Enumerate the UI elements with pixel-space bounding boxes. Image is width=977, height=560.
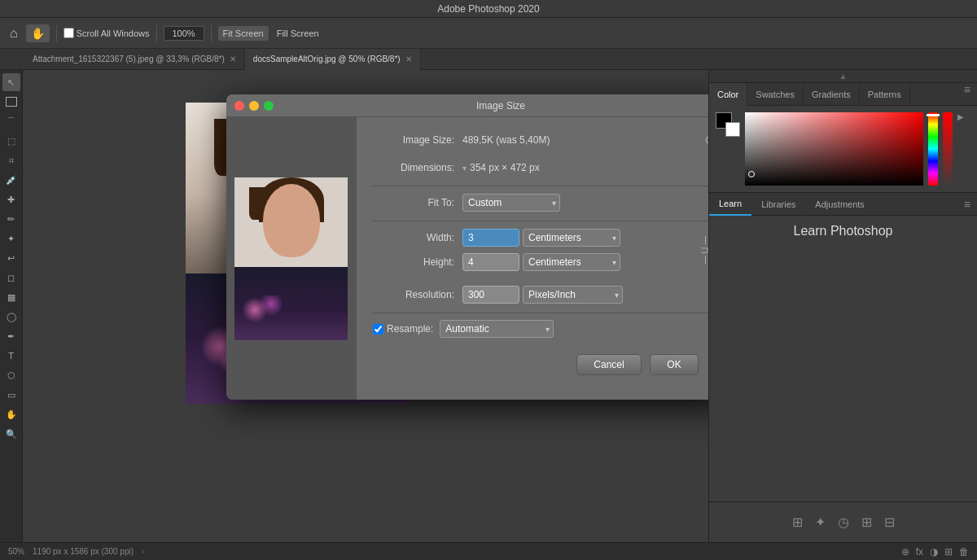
resolution-row: Resolution: Pixels/Inch Pixels/Centimete… [373, 285, 708, 304]
hand-tool-button[interactable]: ✋ [26, 24, 50, 42]
width-label: Width: [373, 232, 462, 243]
height-input[interactable] [462, 253, 519, 271]
bottom-panel-icons: ⊞ ✦ ◷ ⊞ ⊟ [709, 501, 977, 542]
hand-tool[interactable]: ✋ [2, 405, 20, 423]
dlg-face [263, 184, 320, 257]
form-divider-2 [373, 221, 708, 221]
eyedropper-tool[interactable]: 💉 [2, 171, 20, 189]
tab-libraries-label: Libraries [761, 199, 795, 209]
text-tool[interactable]: T [2, 347, 20, 365]
zoom-input[interactable] [164, 26, 204, 41]
status-arrow[interactable]: › [142, 547, 144, 556]
clone-stamp-tool[interactable]: ✦ [2, 230, 20, 247]
status-icon-layers: ⊞ [944, 546, 953, 558]
height-unit-select[interactable]: Centimeters Pixels Inches Millimeters [523, 253, 620, 271]
expand-arrow[interactable]: ▶ [957, 112, 970, 123]
bottom-icon-5[interactable]: ⊟ [884, 514, 895, 530]
cancel-button[interactable]: Cancel [576, 354, 642, 375]
marquee-tool[interactable] [2, 93, 20, 111]
pen-tool[interactable]: ✒ [2, 327, 20, 345]
panel-collapse-handle[interactable]: ▲ [709, 70, 977, 83]
tab-attachment-close[interactable]: ✕ [230, 55, 236, 63]
object-select-tool[interactable]: ⬚ [2, 132, 20, 150]
panel-tab-color[interactable]: Color [709, 83, 747, 106]
panel-tab-patterns[interactable]: Patterns [860, 83, 910, 106]
resolution-input[interactable] [462, 286, 519, 304]
shape-tool[interactable]: ▭ [2, 386, 20, 404]
fg-bg-swatches [716, 112, 740, 137]
tab-docs[interactable]: docsSampleAltOrig.jpg @ 50% (RGB/8*) ✕ [245, 49, 421, 70]
tab-adjustments[interactable]: Adjustments [805, 193, 874, 216]
panel-tab-swatches[interactable]: Swatches [747, 83, 804, 106]
tab-attachment[interactable]: Attachment_1615322367 (5).jpeg @ 33,3% (… [24, 49, 245, 70]
dialog-title: Image Size [278, 100, 708, 112]
bottom-icon-1[interactable]: ⊞ [792, 514, 803, 530]
resample-select-wrap: Automatic Preserve Details Bicubic Smoot… [440, 320, 554, 338]
dlg-flowers [243, 295, 283, 324]
toolbar-divider-2 [156, 25, 157, 42]
gear-icon[interactable]: ⚙ [704, 133, 708, 147]
alpha-slider[interactable] [943, 112, 953, 186]
tab-libraries[interactable]: Libraries [751, 193, 805, 216]
size-fields-group: Width: Centimeters Pixels Inches Millim [373, 228, 708, 280]
move-tool[interactable]: ↖ [2, 73, 20, 91]
lasso-tool[interactable]: ⌒ [2, 112, 20, 130]
history-brush-tool[interactable]: ↩ [2, 249, 20, 267]
ok-button[interactable]: OK [650, 354, 699, 375]
tabs-row: Attachment_1615322367 (5).jpeg @ 33,3% (… [0, 49, 977, 70]
eraser-tool[interactable]: ◻ [2, 269, 20, 287]
scroll-windows-checkbox[interactable]: Scroll All Windows [64, 28, 150, 38]
width-input[interactable] [462, 229, 519, 247]
link-icon[interactable]: ⊃ [699, 232, 708, 268]
path-select-tool[interactable]: ⬡ [2, 366, 20, 384]
hue-slider[interactable] [928, 112, 938, 186]
status-icon-fx: fx [916, 546, 923, 558]
resolution-unit-select[interactable]: Pixels/Inch Pixels/Centimeter [523, 286, 623, 304]
tab-attachment-label: Attachment_1615322367 (5).jpeg @ 33,3% (… [33, 55, 225, 63]
image-size-label: Image Size: [373, 134, 462, 146]
panel-tab-swatches-label: Swatches [756, 90, 795, 99]
tab-learn[interactable]: Learn [709, 193, 751, 216]
tab-docs-close[interactable]: ✕ [405, 55, 412, 63]
panel-tab-gradients[interactable]: Gradients [804, 83, 860, 106]
color-picker-indicator[interactable] [748, 171, 755, 177]
status-bar: 50% 1190 px x 1586 px (300 ppi) › ⊕ fx ◑… [0, 542, 977, 560]
brush-tool[interactable]: ✏ [2, 210, 20, 228]
dodge-tool[interactable]: ◯ [2, 308, 20, 326]
dialog-titlebar: Image Size [226, 94, 708, 117]
link-bracket-icon: ⊃ [700, 244, 708, 256]
form-divider-1 [373, 186, 708, 186]
learn-panel-content: Learn Photoshop [709, 216, 977, 501]
fit-to-select[interactable]: Custom Original Size Letter (300 ppi) A4… [462, 194, 560, 212]
fit-screen-button[interactable]: Fit Screen [218, 26, 269, 41]
resample-select[interactable]: Automatic Preserve Details Bicubic Smoot… [440, 320, 554, 338]
bottom-icon-3[interactable]: ◷ [838, 514, 849, 530]
size-fields: Width: Centimeters Pixels Inches Millim [373, 228, 695, 280]
color-gradient-field[interactable] [745, 112, 923, 186]
learn-title: Learn Photoshop [717, 224, 969, 238]
gradient-tool[interactable]: ▦ [2, 288, 20, 306]
zoom-tool[interactable]: 🔍 [2, 425, 20, 443]
color-sliders [928, 112, 938, 186]
form-divider-3 [373, 313, 708, 313]
scroll-windows-input[interactable] [64, 28, 74, 38]
background-swatch[interactable] [725, 122, 740, 137]
panel-tab-patterns-label: Patterns [868, 90, 901, 99]
bottom-icon-2[interactable]: ✦ [815, 514, 826, 530]
crop-tool[interactable]: ⌗ [2, 151, 20, 169]
bottom-icon-4[interactable]: ⊞ [861, 514, 872, 530]
home-button[interactable]: ⌂ [5, 24, 23, 43]
healing-brush-tool[interactable]: ✚ [2, 190, 20, 208]
dimensions-arrow[interactable]: ▾ [462, 164, 467, 173]
dialog-minimize-button[interactable] [249, 101, 259, 111]
resample-checkbox[interactable] [373, 324, 383, 335]
dialog-close-button[interactable] [234, 101, 244, 111]
learn-tabs-more[interactable]: ≡ [957, 193, 977, 215]
dialog-maximize-button[interactable] [264, 101, 274, 111]
dialog-preview [226, 117, 357, 400]
fill-screen-button[interactable]: Fill Screen [272, 26, 324, 41]
resolution-unit-wrap: Pixels/Inch Pixels/Centimeter [523, 286, 623, 304]
image-size-value: 489,5K (was 5,40M) [462, 134, 550, 146]
panel-tabs-more[interactable]: ≡ [957, 83, 977, 105]
width-unit-select[interactable]: Centimeters Pixels Inches Millimeters [523, 229, 620, 247]
